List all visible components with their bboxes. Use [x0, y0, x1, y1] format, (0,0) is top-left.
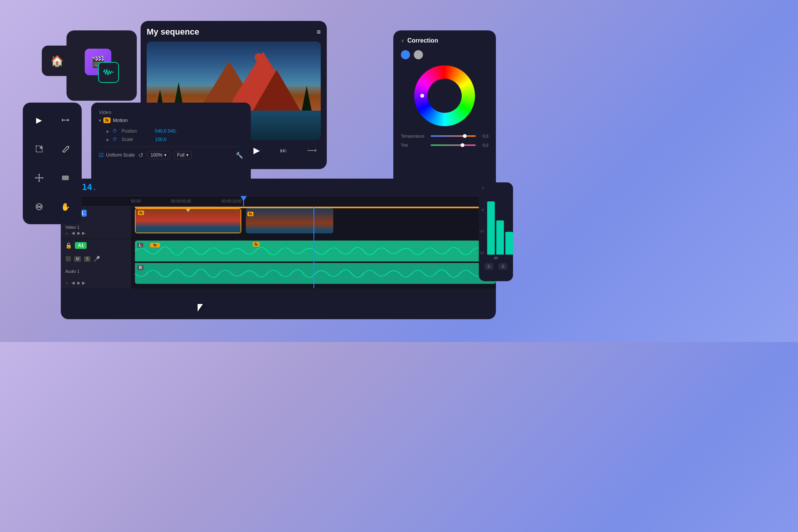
audio-r-badge: R: [137, 265, 144, 270]
svg-marker-10: [35, 177, 36, 179]
vu-label-12b: -12: [479, 251, 484, 255]
audio-wave-top: [135, 241, 496, 261]
clip-1-fx-badge: fx: [138, 211, 144, 215]
ruler-mark-10: 00:00:10:00: [222, 199, 272, 203]
fx-section: ▾ fx Motion: [99, 117, 243, 123]
svg-marker-2: [67, 119, 69, 122]
a1-lock-icon[interactable]: 🔓: [65, 242, 72, 249]
move-tool[interactable]: [27, 165, 51, 191]
tint-slider[interactable]: [431, 144, 476, 146]
rect-tool[interactable]: [54, 165, 78, 191]
timeline-ruler: 00:00 00:00:05:00 00:00:10:00: [61, 196, 496, 207]
a1-badge: A1: [75, 242, 87, 249]
correction-header: ∨ Correction: [401, 37, 488, 44]
a1-next-btn[interactable]: ▶: [82, 280, 85, 285]
svg-marker-11: [42, 177, 43, 179]
tint-label: Tint: [401, 143, 428, 147]
v1-prev-btn[interactable]: ◀: [71, 231, 74, 236]
zoom-value: 100%: [150, 152, 162, 158]
undo-btn[interactable]: ↺: [138, 152, 143, 159]
temperature-thumb: [463, 134, 467, 138]
hand-tool[interactable]: ✋: [54, 194, 78, 220]
zoom-control[interactable]: 100% ▾: [147, 151, 170, 159]
video-clip-2[interactable]: fx: [246, 208, 333, 233]
color-dot-blue[interactable]: [401, 50, 410, 59]
color-wheel-dot: [420, 94, 424, 98]
correction-title: Correction: [407, 37, 438, 44]
media-audio-icon[interactable]: [98, 62, 119, 83]
quality-control[interactable]: Full ▾: [174, 151, 192, 159]
temperature-label: Temperature: [401, 134, 428, 138]
audio-l-badge: L: [137, 243, 143, 248]
vu-bar-right-2: [505, 232, 513, 255]
track-area: 🔓 V1 ⬛ 👁 Video 1 ○. ◀ ◆ ▶: [61, 207, 496, 288]
a1-name: Audio 1: [65, 269, 127, 274]
vu-s-buttons: S S: [482, 263, 510, 270]
a1-controls: ○. ◀ ◆ ▶: [65, 280, 127, 285]
play-btn[interactable]: ▶: [253, 146, 260, 155]
a1-dot2: ◆: [77, 280, 80, 285]
settings-icon[interactable]: 🔧: [236, 152, 243, 159]
fx-panel-title: Video: [99, 109, 243, 115]
audio-fx-2: fx: [253, 242, 260, 247]
clip-transition-icon: [186, 209, 190, 212]
v1-name: Video 1: [65, 225, 127, 230]
ruler-mark-0: 00:00: [131, 199, 171, 203]
color-dot-white[interactable]: [414, 50, 423, 59]
a1-track-header: 🔓 A1 ⬛ M S 🎤 Audio 1 ○. ◀ ◆ ▶: [61, 239, 131, 288]
vu-label-6: -6: [481, 208, 484, 212]
audio-fx-1: fx: [150, 243, 160, 247]
mouse-cursor: [198, 304, 203, 312]
checkbox-icon: ☑: [99, 152, 104, 158]
video-clip-1[interactable]: fx: [135, 208, 241, 233]
vu-bar-right-1: [496, 220, 504, 255]
ruler-mark-5: 00:00:05:00: [171, 199, 222, 203]
a1-monitor-icon[interactable]: ⬛: [65, 256, 71, 261]
position-chevron[interactable]: ▶: [106, 129, 109, 133]
position-value: 540,0 540,: [155, 128, 177, 134]
color-wheel[interactable]: [414, 65, 475, 126]
vu-s-btn-left[interactable]: S: [484, 263, 493, 270]
tint-thumb: [461, 143, 464, 147]
svg-marker-1: [62, 119, 64, 122]
fx-badge: fx: [103, 117, 111, 123]
resize-tool[interactable]: [54, 107, 78, 133]
a1-icons: ⬛ M S 🎤: [65, 256, 127, 262]
vu-db-label: dB: [482, 256, 510, 260]
a1-track-content: L fx fx R: [131, 239, 496, 288]
correction-chevron[interactable]: ∨: [401, 38, 404, 43]
marquee-tool[interactable]: [27, 136, 51, 162]
uniform-scale-label: Uniform Scale: [106, 152, 135, 158]
uniform-scale-checkbox[interactable]: ☑ Uniform Scale: [99, 152, 135, 158]
v1-track-content: fx fx: [131, 207, 496, 239]
scale-label: Scale: [122, 137, 152, 142]
temperature-value: 0,0: [479, 134, 488, 138]
sequence-title: My sequence: [147, 27, 199, 37]
pen-tool[interactable]: [54, 136, 78, 162]
a1-m-btn[interactable]: M: [74, 256, 81, 262]
temperature-row: Temperature 0,0: [401, 134, 488, 138]
temperature-slider[interactable]: [431, 135, 476, 137]
next-frame-btn[interactable]: ⏭: [280, 147, 287, 155]
sequence-menu-icon[interactable]: ≡: [317, 28, 321, 36]
home-icon[interactable]: 🏠: [51, 55, 64, 67]
quality-value: Full: [177, 152, 184, 158]
color-dots: [401, 50, 488, 59]
a1-prev-btn[interactable]: ◀: [71, 280, 74, 285]
a1-s-btn[interactable]: S: [84, 256, 90, 262]
a1-mic-icon[interactable]: 🎤: [93, 256, 100, 262]
position-label: Postion: [122, 128, 152, 134]
eraser-tool[interactable]: [27, 194, 51, 220]
color-wheel-inner: [428, 79, 462, 113]
audio-clip-top[interactable]: L fx fx: [135, 241, 496, 261]
vu-s-btn-right[interactable]: S: [499, 263, 507, 270]
v1-next-btn[interactable]: ▶: [82, 231, 85, 236]
svg-rect-12: [62, 176, 69, 180]
play-tool[interactable]: ▶: [27, 107, 51, 133]
vu-label-12: -12: [479, 229, 484, 233]
sequence-header: My sequence ≡: [147, 27, 321, 37]
step-forward-btn[interactable]: ⟶: [307, 146, 317, 155]
svg-marker-8: [38, 174, 40, 175]
scale-chevron[interactable]: ▶: [106, 138, 109, 142]
audio-clip-bottom[interactable]: R: [135, 263, 496, 284]
